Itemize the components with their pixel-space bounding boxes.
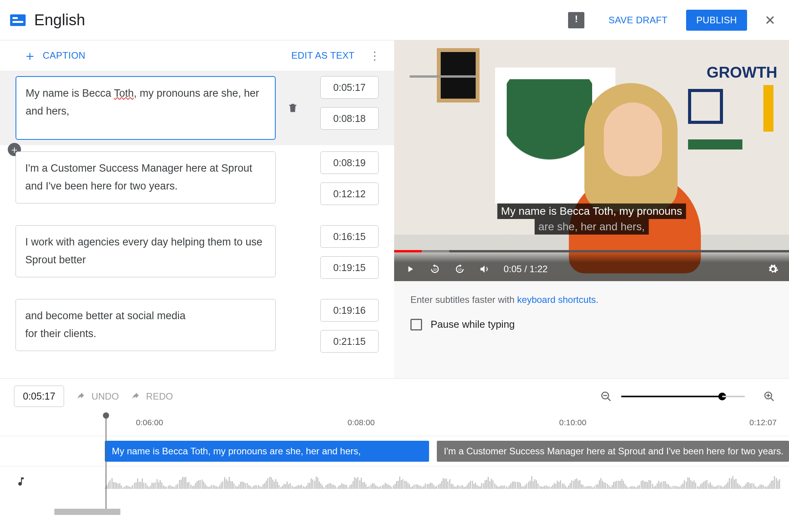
video-panel: GROWTH My name is Becca Toth, my pronoun… xyxy=(394,40,789,378)
caption-row[interactable]: I work with agencies every day helping t… xyxy=(0,225,394,299)
caption-text-part: My name is Becca xyxy=(26,87,114,99)
caption-segment[interactable]: My name is Becca Toth, my pronouns are s… xyxy=(105,441,429,462)
caption-text-input[interactable]: I'm a Customer Success Manager here at S… xyxy=(16,151,276,203)
video-player[interactable]: GROWTH My name is Becca Toth, my pronoun… xyxy=(394,40,789,281)
zoom-in-icon[interactable] xyxy=(763,391,775,402)
caption-end-time[interactable]: 0:08:18 xyxy=(320,107,379,130)
spelling-highlight: Toth xyxy=(114,87,134,99)
pause-while-typing-checkbox[interactable] xyxy=(410,319,422,330)
caption-times: 0:16:15 0:19:15 xyxy=(320,225,379,279)
caption-start-time[interactable]: 0:08:19 xyxy=(320,151,379,174)
main-area: ＋ CAPTION EDIT AS TEXT ⋮ ＋ My name is Be… xyxy=(0,40,789,378)
caption-list: ＋ My name is Becca Toth, my pronouns are… xyxy=(0,71,394,378)
zoom-slider[interactable] xyxy=(621,396,722,397)
caption-start-time[interactable]: 0:19:16 xyxy=(320,299,379,322)
pause-while-typing-label: Pause while typing xyxy=(431,318,515,330)
horizontal-scrollbar-thumb[interactable] xyxy=(54,509,120,515)
save-draft-button[interactable]: SAVE DRAFT xyxy=(598,10,678,31)
time-ruler: 0:06:00 0:08:00 0:10:00 0:12:07 xyxy=(105,418,781,433)
caption-start-time[interactable]: 0:16:15 xyxy=(320,225,379,248)
caption-row[interactable]: and become better at social media for th… xyxy=(0,299,394,373)
video-controls-bar: 10 10 0:05 / 1:22 xyxy=(394,250,789,281)
caption-toolbar: ＋ CAPTION EDIT AS TEXT ⋮ xyxy=(0,40,394,71)
zoom-controls xyxy=(600,391,775,402)
language-title: English xyxy=(34,11,560,29)
delete-caption-button[interactable] xyxy=(287,102,298,114)
captions-icon xyxy=(10,14,26,26)
more-icon[interactable]: ⋮ xyxy=(369,49,380,62)
caption-row[interactable]: My name is Becca Toth, my pronouns are s… xyxy=(0,71,394,145)
edit-as-text-button[interactable]: EDIT AS TEXT xyxy=(291,50,355,61)
zoom-out-icon[interactable] xyxy=(600,391,612,402)
caption-segment[interactable]: I'm a Customer Success Manager here at S… xyxy=(437,441,789,462)
caption-end-time[interactable]: 0:19:15 xyxy=(320,256,379,279)
header: English ! SAVE DRAFT PUBLISH ✕ xyxy=(0,0,789,40)
caption-text-input[interactable]: I work with agencies every day helping t… xyxy=(16,225,276,277)
caption-start-time[interactable]: 0:05:17 xyxy=(320,76,379,99)
video-caption-overlay: My name is Becca Toth, my pronouns are s… xyxy=(497,203,686,235)
timeline[interactable]: 0:06:00 0:08:00 0:10:00 0:12:07 My name … xyxy=(0,414,789,515)
caption-lane[interactable]: My name is Becca Toth, my pronouns are s… xyxy=(0,436,789,466)
shortcuts-hint: Enter subtitles faster with keyboard sho… xyxy=(394,281,789,311)
caption-text-input[interactable]: and become better at social media for th… xyxy=(16,299,276,351)
volume-icon[interactable] xyxy=(479,263,490,275)
plus-icon[interactable]: ＋ xyxy=(23,49,36,62)
forward-10-icon[interactable]: 10 xyxy=(454,263,466,275)
caption-text-input[interactable]: My name is Becca Toth, my pronouns are s… xyxy=(16,76,276,140)
timeline-panel: 0:05:17 UNDO REDO 0:06:00 0:08:00 0:10:0… xyxy=(0,378,789,515)
caption-times: 0:08:19 0:12:12 xyxy=(320,151,379,205)
add-caption-button[interactable]: CAPTION xyxy=(43,50,285,61)
music-note-icon xyxy=(16,475,26,488)
tick-label: 0:12:07 xyxy=(749,418,777,427)
settings-icon[interactable] xyxy=(767,263,779,275)
wall-text: GROWTH xyxy=(707,64,777,81)
video-time-label: 0:05 / 1:22 xyxy=(504,264,547,275)
rewind-10-icon[interactable]: 10 xyxy=(429,263,441,275)
caption-times: 0:05:17 0:08:18 xyxy=(320,76,379,130)
caption-end-time[interactable]: 0:12:12 xyxy=(320,183,379,205)
playhead-time-input[interactable]: 0:05:17 xyxy=(14,386,64,407)
playhead[interactable] xyxy=(106,416,106,515)
keyboard-shortcuts-link[interactable]: keyboard shortcuts xyxy=(517,294,596,305)
overlay-line: are she, her and hers, xyxy=(535,219,649,235)
svg-line-6 xyxy=(771,398,774,401)
timeline-toolbar: 0:05:17 UNDO REDO xyxy=(0,379,789,414)
svg-line-3 xyxy=(608,398,611,401)
zoom-slider-knob[interactable] xyxy=(718,393,726,400)
video-progress[interactable] xyxy=(394,250,789,252)
timeline-lanes: My name is Becca Toth, my pronouns are s… xyxy=(0,436,789,496)
redo-button[interactable]: REDO xyxy=(130,391,173,402)
publish-button[interactable]: PUBLISH xyxy=(686,10,747,31)
pause-while-typing-row: Pause while typing xyxy=(394,311,789,338)
caption-row[interactable]: I'm a Customer Success Manager here at S… xyxy=(0,151,394,225)
waveform xyxy=(105,475,781,489)
caption-times: 0:19:16 0:21:15 xyxy=(320,299,379,353)
undo-button[interactable]: UNDO xyxy=(76,391,119,402)
tick-label: 0:10:00 xyxy=(559,418,586,427)
video-scene: GROWTH xyxy=(394,40,789,281)
caption-end-time[interactable]: 0:21:15 xyxy=(320,330,379,353)
svg-text:10: 10 xyxy=(433,268,437,271)
tick-label: 0:06:00 xyxy=(136,418,163,427)
audio-lane[interactable] xyxy=(0,466,789,496)
svg-text:10: 10 xyxy=(458,268,462,271)
close-icon[interactable]: ✕ xyxy=(763,12,777,28)
caption-panel: ＋ CAPTION EDIT AS TEXT ⋮ ＋ My name is Be… xyxy=(0,40,394,378)
tick-label: 0:08:00 xyxy=(348,418,375,427)
play-icon[interactable] xyxy=(404,263,416,275)
feedback-icon[interactable]: ! xyxy=(568,12,584,28)
overlay-line: My name is Becca Toth, my pronouns xyxy=(497,203,686,219)
